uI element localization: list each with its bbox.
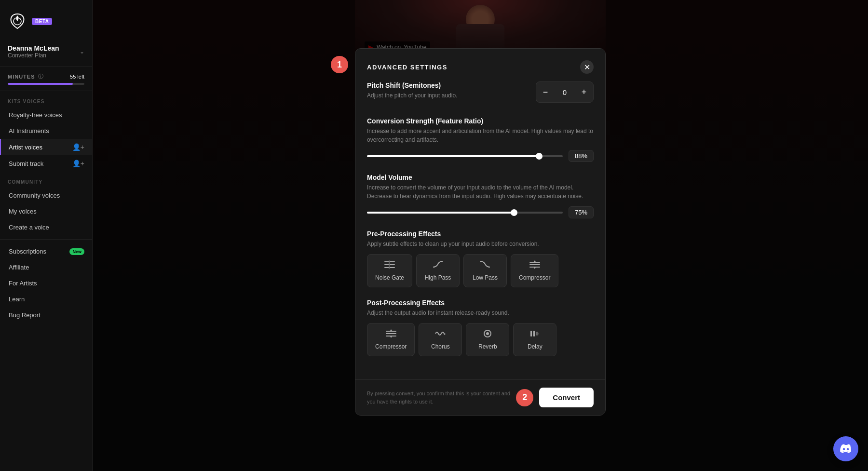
sidebar-divider (0, 239, 92, 240)
sidebar-item-community-voices[interactable]: Community voices (0, 188, 92, 203)
conversion-strength-desc: Increase to add more accent and articula… (367, 127, 594, 144)
high-pass-button[interactable]: High Pass (416, 254, 460, 287)
modal-title: ADVANCED SETTINGS (367, 64, 448, 71)
conversion-strength-value: 88% (569, 150, 594, 162)
user-name: Deanna McLean (8, 44, 59, 52)
sidebar-item-label: My voices (9, 208, 37, 215)
pre-processing-section: Pre-Processing Effects Apply subtle effe… (367, 230, 594, 287)
slider-thumb-volume[interactable] (511, 209, 517, 216)
user-plan: Converter Plan (8, 52, 59, 59)
slider-fill-volume (367, 212, 514, 214)
conversion-strength-section: Conversion Strength (Feature Ratio) Incr… (367, 117, 594, 162)
model-volume-value: 75% (569, 206, 594, 218)
logo-area: BETA (0, 8, 92, 40)
svg-rect-8 (386, 333, 396, 334)
minutes-left: 55 left (70, 74, 84, 80)
beta-badge: BETA (32, 18, 52, 25)
kits-logo-icon (8, 12, 27, 31)
sidebar-item-create-voice[interactable]: Create a voice (0, 219, 92, 235)
sidebar-item-bug-report[interactable]: Bug Report (0, 307, 92, 323)
minutes-section: MINUTES ⓘ 55 left (0, 67, 92, 91)
pre-processing-desc: Apply subtle effects to clean up your in… (367, 240, 594, 248)
high-pass-label: High Pass (425, 274, 451, 281)
minutes-progress-bar (8, 83, 84, 85)
model-volume-title: Model Volume (367, 174, 594, 181)
sidebar-item-royalty-free[interactable]: Royalty-free voices (0, 107, 92, 123)
svg-rect-14 (536, 332, 538, 336)
model-volume-slider[interactable] (367, 208, 563, 217)
sidebar-item-label: Submit track (9, 160, 43, 167)
svg-rect-5 (529, 264, 540, 265)
slider-thumb[interactable] (536, 153, 542, 160)
model-volume-desc: Increase to convert the volume of your i… (367, 183, 594, 201)
footer-right: 2 Convert (516, 388, 594, 407)
sidebar-item-learn[interactable]: Learn (0, 291, 92, 307)
high-pass-icon (433, 260, 443, 271)
modal-header: ADVANCED SETTINGS ✕ (355, 49, 605, 81)
sidebar-item-label: AI Instruments (9, 127, 49, 135)
sidebar-item-label: Create a voice (9, 224, 49, 231)
user-section[interactable]: Deanna McLean Converter Plan ⌄ (0, 40, 92, 67)
compressor-post-button[interactable]: Compressor (367, 323, 415, 356)
model-volume-slider-row: 75% (367, 206, 594, 218)
chorus-button[interactable]: Chorus (419, 323, 462, 356)
step-1-badge: 1 (331, 56, 348, 73)
sidebar-item-label: Artist voices (9, 144, 42, 151)
pitch-shift-desc: Adjust the pitch of your input audio. (367, 91, 536, 100)
compressor-pre-button[interactable]: Compressor (511, 254, 558, 287)
sidebar-item-label: Learn (9, 296, 25, 303)
slider-track-volume (367, 212, 563, 214)
footer-disclaimer: By pressing convert, you confirm that th… (367, 390, 512, 405)
chorus-label: Chorus (431, 343, 450, 350)
close-modal-button[interactable]: ✕ (580, 60, 594, 74)
modal-overlay: 1 ADVANCED SETTINGS ✕ − 0 + (93, 0, 868, 471)
sidebar-item-label: Bug Report (9, 311, 41, 319)
conversion-strength-slider[interactable] (367, 151, 563, 161)
compressor-post-label: Compressor (375, 343, 407, 350)
delay-label: Delay (528, 343, 542, 350)
low-pass-icon (480, 260, 490, 271)
sidebar-item-submit-track[interactable]: Submit track 👤+ (0, 155, 92, 172)
pitch-increase-button[interactable]: + (575, 82, 593, 102)
sidebar-item-subscriptions[interactable]: Subscriptions New (0, 243, 92, 259)
discord-button[interactable] (833, 436, 858, 461)
sidebar-item-my-voices[interactable]: My voices (0, 203, 92, 219)
discord-icon (840, 444, 852, 454)
chorus-icon (435, 329, 446, 340)
sidebar-item-ai-instruments[interactable]: AI Instruments (0, 123, 92, 139)
pre-processing-title: Pre-Processing Effects (367, 230, 594, 238)
sidebar-item-label: For Artists (9, 280, 37, 287)
post-processing-title: Post-Processing Effects (367, 299, 594, 307)
noise-gate-label: Noise Gate (375, 274, 404, 281)
svg-rect-15 (538, 333, 539, 335)
main-content: ▶ Watch on YouTube 1 ADVANCED SETTINGS ✕… (93, 0, 868, 471)
pitch-shift-title: Pitch Shift (Semitones) (367, 81, 536, 89)
chevron-down-icon[interactable]: ⌄ (80, 48, 84, 55)
delay-button[interactable]: Delay (513, 323, 556, 356)
svg-point-11 (486, 332, 489, 335)
convert-button[interactable]: Convert (539, 388, 594, 407)
sidebar-item-label: Royalty-free voices (9, 111, 62, 119)
sidebar: BETA Deanna McLean Converter Plan ⌄ MINU… (0, 0, 93, 471)
pitch-shift-section: − 0 + Pitch Shift (Semitones) Adjust the… (367, 81, 594, 106)
pitch-value: 0 (555, 88, 575, 96)
new-badge: New (69, 248, 84, 255)
conversion-strength-title: Conversion Strength (Feature Ratio) (367, 117, 594, 125)
noise-gate-button[interactable]: Noise Gate (367, 254, 412, 287)
sidebar-item-for-artists[interactable]: For Artists (0, 275, 92, 291)
sidebar-item-affiliate[interactable]: Affiliate (0, 259, 92, 275)
sidebar-item-label: Community voices (9, 192, 60, 199)
submit-icon: 👤+ (72, 160, 84, 167)
modal-wrapper: 1 ADVANCED SETTINGS ✕ − 0 + (355, 48, 606, 416)
low-pass-button[interactable]: Low Pass (463, 254, 507, 287)
post-processing-effects-grid: Compressor Chorus (367, 323, 594, 356)
reverb-button[interactable]: Reverb (466, 323, 509, 356)
sidebar-item-artist-voices[interactable]: Artist voices 👤+ (0, 139, 92, 155)
svg-rect-3 (389, 260, 390, 269)
compressor-pre-label: Compressor (519, 274, 550, 281)
modal-footer: By pressing convert, you confirm that th… (355, 379, 605, 415)
slider-fill (367, 155, 539, 157)
post-processing-desc: Adjust the output audio for instant rele… (367, 309, 594, 317)
pitch-decrease-button[interactable]: − (536, 82, 555, 102)
low-pass-label: Low Pass (473, 274, 498, 281)
